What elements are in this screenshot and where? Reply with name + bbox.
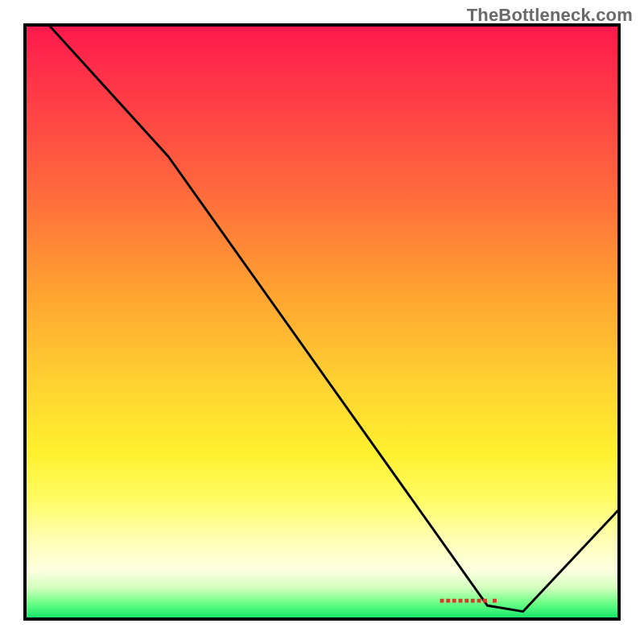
- chart-stage: TheBottleneck.com ■■■■■■■■ ■: [0, 0, 644, 644]
- plot-area: ■■■■■■■■ ■: [23, 23, 621, 621]
- curve-minimum-annotation: ■■■■■■■■ ■: [440, 596, 498, 605]
- heat-gradient-background: [27, 27, 617, 617]
